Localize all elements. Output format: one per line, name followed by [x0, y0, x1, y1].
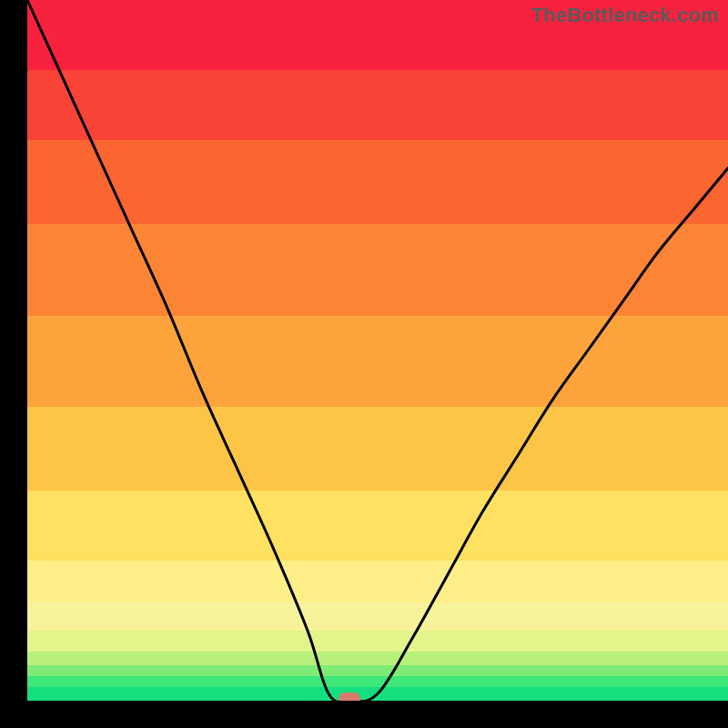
chart-background [27, 0, 728, 701]
frame-left [0, 0, 27, 728]
chart-stage: TheBottleneck.com [0, 0, 728, 728]
frame-bottom [0, 701, 728, 728]
chart-svg [0, 0, 728, 728]
watermark-text: TheBottleneck.com [531, 4, 719, 27]
